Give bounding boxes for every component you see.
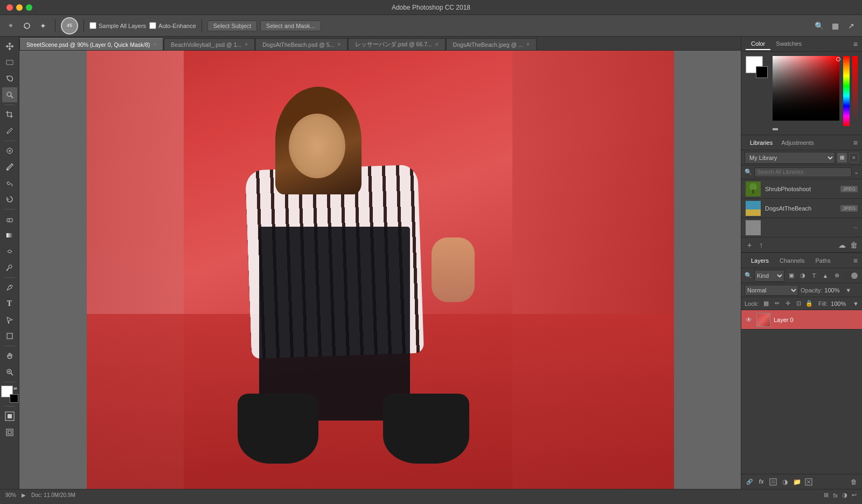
heal-tool[interactable] — [2, 143, 17, 158]
tab-4[interactable]: DogsAtTheBeach.jpeg @ ... × — [446, 38, 537, 50]
eyedropper-tool[interactable] — [2, 123, 17, 138]
add-library-item-btn[interactable]: + — [745, 240, 754, 250]
opacity-arrow[interactable]: ▼ — [845, 287, 851, 293]
layers-tab[interactable]: Layers — [746, 255, 774, 266]
layer-comp-icon[interactable]: ◑ — [842, 492, 847, 499]
sort-icon[interactable]: ⌄ — [854, 169, 859, 176]
close-button[interactable] — [6, 4, 13, 11]
auto-enhance-checkbox[interactable]: Auto-Enhance — [149, 22, 196, 29]
canvas-content[interactable] — [87, 51, 674, 489]
lock-image-icon[interactable]: ✏ — [773, 299, 781, 308]
maximize-button[interactable] — [26, 4, 32, 11]
background-color-swatch[interactable] — [10, 394, 18, 403]
tab-0-close[interactable]: × — [154, 41, 157, 47]
foreground-swatch[interactable] — [746, 56, 763, 73]
hand-tool[interactable] — [2, 348, 17, 363]
layer-adjustment-btn[interactable]: ◑ — [780, 477, 790, 487]
opacity-value[interactable]: 100% — [824, 287, 843, 293]
swatches-tab[interactable]: Swatches — [770, 38, 807, 50]
layer-group-btn[interactable]: 📁 — [792, 477, 802, 487]
quick-mask-tool[interactable] — [2, 409, 17, 424]
upload-library-btn[interactable]: ↑ — [756, 240, 766, 250]
layers-panel-menu-icon[interactable]: ≡ — [853, 256, 858, 265]
pen-tool[interactable] — [2, 280, 17, 295]
canvas[interactable] — [19, 51, 741, 489]
tab-2[interactable]: DogsAtTheBeach.psd @ 5... × — [255, 38, 347, 50]
libraries-search-input[interactable] — [754, 167, 852, 177]
hue-slider[interactable] — [843, 56, 850, 126]
fx-status-icon[interactable]: fx — [833, 492, 838, 499]
paths-tab[interactable]: Paths — [810, 255, 836, 266]
blend-mode-select[interactable]: Normal — [745, 285, 798, 296]
screen-mode-tool[interactable] — [2, 425, 17, 440]
crop-tool[interactable] — [2, 107, 17, 122]
zoom-tool[interactable] — [2, 365, 17, 380]
path-selection-tool[interactable] — [2, 312, 17, 327]
lasso-tool-icon[interactable]: ⌖ — [4, 19, 17, 32]
auto-enhance-input[interactable] — [149, 22, 156, 29]
library-item-0[interactable]: ShrubPhotoshoot JPEG — [741, 179, 862, 199]
tab-1-close[interactable]: × — [245, 41, 248, 47]
filter-type-icon[interactable]: T — [809, 271, 819, 281]
search-icon[interactable]: 🔍 — [812, 19, 825, 32]
filter-adj-icon[interactable]: ◑ — [798, 271, 808, 281]
color-panel-menu-icon[interactable]: ≡ — [853, 40, 858, 48]
share-icon[interactable]: ↗ — [845, 19, 858, 32]
blur-tool[interactable] — [2, 244, 17, 259]
layer-new-btn[interactable] — [804, 477, 814, 487]
minimize-button[interactable] — [16, 4, 23, 11]
adjustments-tab[interactable]: Adjustments — [777, 137, 818, 148]
color-gradient-picker[interactable] — [773, 56, 839, 121]
layer-item-0[interactable]: 👁 Layer 0 — [741, 310, 862, 330]
background-swatch[interactable] — [756, 66, 768, 78]
layer-fx-btn[interactable]: fx — [756, 477, 766, 487]
tab-2-close[interactable]: × — [337, 41, 340, 47]
layer-kind-select[interactable]: Kind — [754, 270, 784, 282]
layer-link-btn[interactable]: 🔗 — [745, 477, 754, 487]
move-tool[interactable] — [2, 39, 17, 54]
grid-view-btn[interactable]: ⊞ — [837, 153, 847, 163]
select-subject-button[interactable]: Select Subject — [207, 20, 257, 31]
channels-tab[interactable]: Channels — [774, 255, 810, 266]
list-view-btn[interactable]: ≡ — [849, 153, 859, 163]
layer-0-thumbnail[interactable] — [756, 313, 770, 327]
filter-smart-icon[interactable]: ⊕ — [832, 271, 842, 281]
hue-slider-handle[interactable] — [773, 128, 778, 130]
filter-shape-icon[interactable]: ▲ — [821, 271, 830, 281]
lock-position-icon[interactable]: ✛ — [783, 299, 792, 308]
brush-tool[interactable] — [2, 159, 17, 174]
layer-mask-btn[interactable] — [768, 477, 778, 487]
filter-pixel-icon[interactable]: ▣ — [787, 271, 796, 281]
color-tab[interactable]: Color — [746, 38, 770, 50]
history-brush-tool[interactable] — [2, 192, 17, 207]
sample-all-layers-input[interactable] — [89, 22, 96, 29]
libraries-tab[interactable]: Libraries — [746, 137, 777, 148]
lock-artboard-icon[interactable]: ⊡ — [794, 299, 803, 308]
lock-all-icon[interactable]: 🔒 — [805, 299, 814, 308]
workspace-icon[interactable]: ▦ — [829, 19, 842, 32]
dodge-tool[interactable] — [2, 260, 17, 275]
select-and-mask-button[interactable]: Select and Mask... — [260, 20, 321, 31]
layer-0-visibility-icon[interactable]: 👁 — [745, 316, 753, 324]
layer-filter-toggle[interactable] — [844, 271, 859, 280]
layer-delete-btn[interactable]: 🗑 — [849, 477, 859, 487]
layer-0-name[interactable]: Layer 0 — [774, 317, 859, 323]
alpha-slider[interactable] — [852, 56, 858, 121]
gradient-handle[interactable] — [836, 57, 840, 61]
swap-colors-icon[interactable]: ⇄ — [13, 386, 18, 391]
cloud-sync-icon[interactable]: ☁ — [837, 240, 847, 250]
tab-3[interactable]: レッサーパンダ.psd @ 66.7... × — [348, 38, 445, 50]
stamp-tool[interactable] — [2, 176, 17, 191]
lock-transparent-icon[interactable]: ▦ — [762, 299, 770, 308]
lasso-tool[interactable] — [2, 71, 17, 86]
shape-tool[interactable] — [2, 328, 17, 344]
brush-preview[interactable]: 45 — [61, 17, 78, 34]
status-arrow[interactable]: ▶ — [22, 492, 26, 498]
tab-0[interactable]: StreetScene.psd @ 90% (Layer 0, Quick Ma… — [19, 38, 163, 50]
type-tool[interactable]: T — [2, 296, 17, 311]
sample-all-layers-checkbox[interactable]: Sample All Layers — [89, 22, 146, 29]
color-selector[interactable]: ⇄ — [1, 386, 18, 403]
quick-selection-icon[interactable] — [20, 19, 33, 32]
tab-4-close[interactable]: × — [526, 41, 530, 47]
library-item-1[interactable]: DogsAtTheBeach JPEG — [741, 199, 862, 218]
